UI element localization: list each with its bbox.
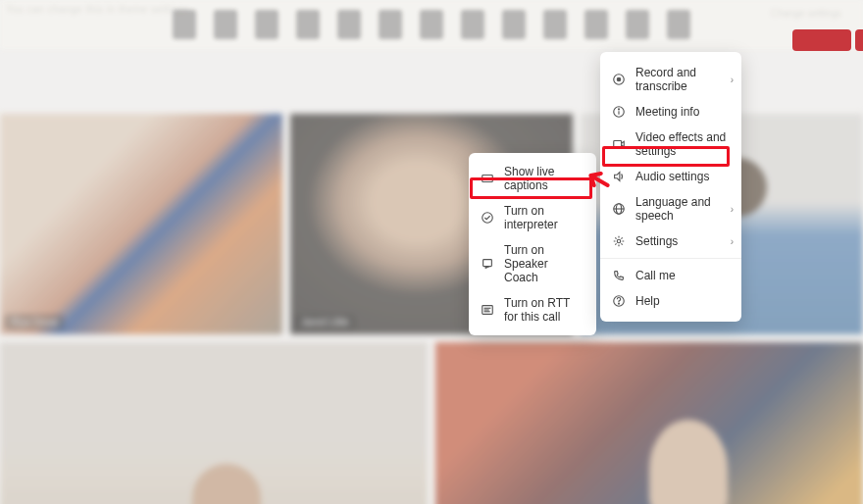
rtt-icon bbox=[481, 303, 494, 317]
menu-language[interactable]: Language and speech › bbox=[600, 189, 741, 228]
submenu-captions[interactable]: CC Show live captions bbox=[469, 159, 596, 198]
submenu-interpreter[interactable]: Turn on interpreter bbox=[469, 198, 596, 237]
phone-icon bbox=[612, 269, 626, 282]
svg-point-9 bbox=[617, 239, 621, 243]
menu-label: Meeting info bbox=[635, 105, 699, 119]
language-icon bbox=[612, 202, 626, 216]
toolbar-button[interactable] bbox=[296, 10, 320, 39]
chevron-right-icon: › bbox=[731, 204, 734, 215]
menu-label: Video effects and settings bbox=[635, 130, 730, 158]
toolbar-button[interactable] bbox=[420, 10, 443, 39]
meeting-toolbar bbox=[0, 0, 863, 49]
submenu-speaker-coach[interactable]: Turn on Speaker Coach bbox=[469, 237, 596, 290]
toolbar-button[interactable] bbox=[626, 10, 649, 39]
menu-label: Record and transcribe bbox=[635, 66, 730, 93]
menu-label: Show live captions bbox=[504, 165, 584, 192]
menu-meeting-info[interactable]: Meeting info bbox=[600, 99, 741, 125]
menu-divider bbox=[600, 258, 741, 259]
menu-label: Audio settings bbox=[635, 170, 709, 183]
toolbar-button[interactable] bbox=[461, 10, 484, 39]
menu-call-me[interactable]: Call me bbox=[600, 263, 741, 288]
menu-label: Call me bbox=[635, 269, 676, 282]
menu-label: Turn on Speaker Coach bbox=[504, 243, 584, 284]
leave-button[interactable] bbox=[792, 29, 851, 51]
menu-label: Help bbox=[635, 294, 660, 308]
toolbar-button[interactable] bbox=[543, 10, 567, 39]
chevron-right-icon: › bbox=[731, 75, 734, 85]
language-submenu: CC Show live captions Turn on interprete… bbox=[469, 153, 596, 335]
record-icon bbox=[612, 73, 626, 86]
gear-icon bbox=[612, 234, 626, 248]
menu-settings[interactable]: Settings › bbox=[600, 228, 741, 254]
video-effects-icon bbox=[612, 137, 626, 151]
svg-rect-15 bbox=[483, 260, 492, 267]
svg-point-14 bbox=[482, 213, 493, 224]
info-icon bbox=[612, 105, 626, 119]
toolbar-button[interactable] bbox=[173, 10, 196, 39]
svg-point-1 bbox=[617, 77, 621, 81]
speaker-coach-icon bbox=[481, 257, 494, 271]
more-menu: Record and transcribe › Meeting info Vid… bbox=[600, 52, 741, 322]
chevron-right-icon: › bbox=[731, 236, 734, 247]
toolbar-button[interactable] bbox=[584, 10, 608, 39]
svg-rect-5 bbox=[614, 141, 622, 148]
interpreter-icon bbox=[481, 211, 494, 225]
menu-label: Language and speech bbox=[635, 195, 730, 223]
menu-audio[interactable]: Audio settings bbox=[600, 164, 741, 189]
menu-label: Settings bbox=[635, 234, 678, 248]
svg-point-11 bbox=[619, 303, 620, 304]
toolbar-button[interactable] bbox=[667, 10, 690, 39]
toolbar-button[interactable] bbox=[255, 10, 279, 39]
svg-text:CC: CC bbox=[484, 176, 490, 181]
menu-label: Turn on interpreter bbox=[504, 204, 584, 231]
toolbar-button[interactable] bbox=[379, 10, 402, 39]
menu-record[interactable]: Record and transcribe › bbox=[600, 60, 741, 99]
toolbar-button[interactable] bbox=[337, 10, 361, 39]
toolbar-button[interactable] bbox=[214, 10, 237, 39]
captions-icon: CC bbox=[481, 172, 494, 185]
menu-label: Turn on RTT for this call bbox=[504, 296, 584, 324]
menu-help[interactable]: Help bbox=[600, 288, 741, 314]
help-icon bbox=[612, 294, 626, 308]
menu-video-effects[interactable]: Video effects and settings bbox=[600, 125, 741, 164]
submenu-rtt[interactable]: Turn on RTT for this call bbox=[469, 290, 596, 329]
svg-point-4 bbox=[619, 109, 620, 110]
toolbar-button[interactable] bbox=[502, 10, 526, 39]
